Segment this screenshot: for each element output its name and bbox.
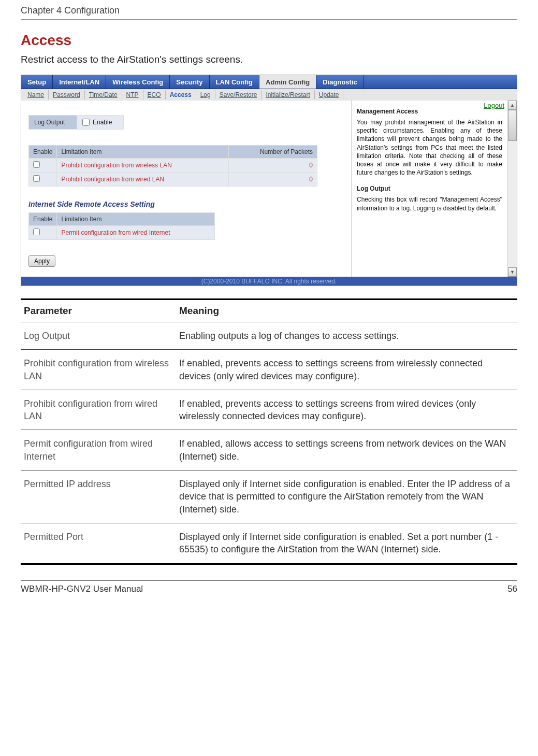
help-text-log-output: Checking this box will record "Managemen… (357, 195, 502, 212)
log-output-checkbox[interactable] (82, 119, 90, 126)
param-meaning: Enabling outputs a log of changes to acc… (176, 322, 517, 350)
scroll-thumb[interactable] (508, 110, 517, 141)
scroll-up-icon[interactable]: ▲ (508, 101, 517, 110)
param-name: Prohibit configuration from wired LAN (21, 390, 176, 430)
param-meaning: Displayed only if Internet side configur… (176, 470, 517, 523)
help-pane: Management Access You may prohibit manag… (351, 101, 507, 277)
subtab-password[interactable]: Password (49, 90, 85, 99)
remote-access-heading: Internet Side Remote Access Setting (28, 200, 344, 208)
subtab-ntp[interactable]: NTP (122, 90, 143, 99)
param-meaning: If enabled, prevents access to settings … (176, 390, 517, 430)
page-footer: WBMR-HP-GNV2 User Manual 56 (21, 580, 517, 597)
table-row: Log Output Enabling outputs a log of cha… (21, 322, 517, 350)
subtab-initialize-restart[interactable]: Initialize/Restart (261, 90, 314, 99)
main-pane: Log Output Enable Enable Limitation Item… (21, 101, 351, 277)
enable-checkbox[interactable] (33, 229, 40, 235)
col-limitation: Limitation Item (57, 146, 228, 159)
header-rule (21, 19, 517, 20)
apply-button[interactable]: Apply (28, 255, 55, 267)
param-name: Prohibit configuration from wireless LAN (21, 350, 176, 390)
param-meaning: Displayed only if Internet side configur… (176, 523, 517, 564)
content-area: Logout Log Output Enable Enable Limitati… (21, 101, 517, 277)
footer-page-number: 56 (507, 584, 517, 594)
tab-setup[interactable]: Setup (21, 75, 53, 89)
router-ui-screenshot: Setup Internet/LAN Wireless Config Secur… (21, 75, 517, 286)
enable-checkbox[interactable] (33, 175, 40, 182)
subtab-eco[interactable]: ECO (143, 90, 166, 99)
param-name: Permitted Port (21, 523, 176, 564)
subtab-name[interactable]: Name (23, 90, 49, 99)
parameter-table: Parameter Meaning Log Output Enabling ou… (21, 298, 517, 565)
section-title: Access (0, 32, 538, 54)
subtab-log[interactable]: Log (196, 90, 215, 99)
subtab-access[interactable]: Access (166, 90, 196, 99)
footer-product: WBMR-HP-GNV2 User Manual (21, 584, 143, 594)
subtab-update[interactable]: Update (315, 90, 344, 99)
table-row: Prohibit configuration from wireless LAN… (21, 350, 517, 390)
log-output-value: Enable (77, 115, 124, 130)
tab-diagnostic[interactable]: Diagnostic (316, 75, 363, 89)
scroll-down-icon[interactable]: ▼ (508, 267, 517, 277)
page-header: Chapter 4 Configuration (0, 0, 538, 19)
log-output-enable-text: Enable (93, 119, 112, 126)
table-row: Permitted Port Displayed only if Interne… (21, 523, 517, 564)
sub-tab-bar: Name Password Time/Date NTP ECO Access L… (21, 89, 517, 101)
limitation-text: Permit configuration from wired Internet (57, 226, 215, 240)
meaning-header: Meaning (176, 299, 517, 322)
table-row: Permitted IP address Displayed only if I… (21, 470, 517, 523)
remote-access-table: Enable Limitation Item Permit configurat… (28, 212, 215, 240)
param-meaning: If enabled, allows access to settings sc… (176, 430, 517, 470)
tab-admin-config[interactable]: Admin Config (259, 75, 316, 89)
table-row: Prohibit configuration from wired LAN If… (21, 390, 517, 430)
logout-link[interactable]: Logout (484, 102, 504, 109)
subtab-save-restore[interactable]: Save/Restore (215, 90, 262, 99)
limitation-text: Prohibit configuration from wired LAN (57, 173, 228, 187)
col-enable: Enable (29, 213, 57, 226)
col-packets: Number of Packets (228, 146, 317, 159)
tab-internet-lan[interactable]: Internet/LAN (53, 75, 106, 89)
copyright-bar: (C)2000-2010 BUFFALO INC. All rights res… (21, 277, 517, 286)
tab-security[interactable]: Security (170, 75, 209, 89)
table-row: Permit configuration from wired Internet… (21, 430, 517, 470)
limitation-text: Prohibit configuration from wireless LAN (57, 159, 228, 173)
param-header: Parameter (21, 299, 176, 322)
main-tab-bar: Setup Internet/LAN Wireless Config Secur… (21, 75, 517, 89)
management-access-table: Enable Limitation Item Number of Packets… (28, 145, 317, 187)
param-name: Permit configuration from wired Internet (21, 430, 176, 470)
table-row: Permit configuration from wired Internet (29, 226, 215, 240)
log-output-row: Log Output Enable (28, 115, 344, 130)
table-row: Prohibit configuration from wireless LAN… (29, 159, 317, 173)
help-heading-management-access: Management Access (357, 108, 502, 115)
subtab-time-date[interactable]: Time/Date (85, 90, 122, 99)
col-limitation: Limitation Item (57, 213, 215, 226)
scrollbar: ▲ ▼ (507, 101, 517, 277)
help-heading-log-output: Log Output (357, 185, 502, 192)
col-enable: Enable (29, 146, 57, 159)
param-name: Permitted IP address (21, 470, 176, 523)
help-text-management-access: You may prohibit management of the AirSt… (357, 118, 502, 177)
tab-lan-config[interactable]: LAN Config (210, 75, 259, 89)
chapter-label: Chapter 4 Configuration (21, 5, 120, 16)
enable-checkbox[interactable] (33, 161, 40, 168)
param-meaning: If enabled, prevents access to settings … (176, 350, 517, 390)
table-row: Prohibit configuration from wired LAN 0 (29, 173, 317, 187)
tab-wireless-config[interactable]: Wireless Config (106, 75, 170, 89)
packets-value: 0 (228, 173, 317, 187)
section-description: Restrict access to the AirStation's sett… (0, 54, 538, 75)
param-name: Log Output (21, 322, 176, 350)
packets-value: 0 (228, 159, 317, 173)
log-output-label: Log Output (28, 115, 77, 130)
